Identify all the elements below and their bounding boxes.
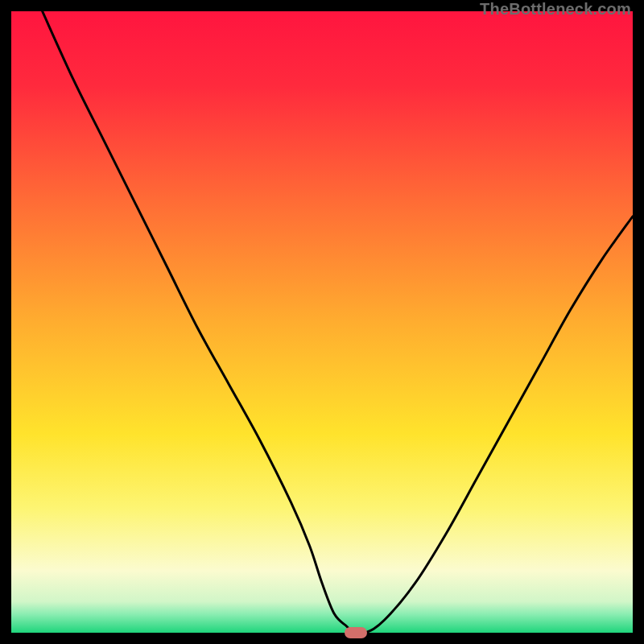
bottleneck-chart	[11, 11, 633, 633]
optimal-point-marker	[345, 627, 367, 638]
watermark-text: TheBottleneck.com	[480, 0, 631, 19]
gradient-background	[11, 11, 633, 633]
